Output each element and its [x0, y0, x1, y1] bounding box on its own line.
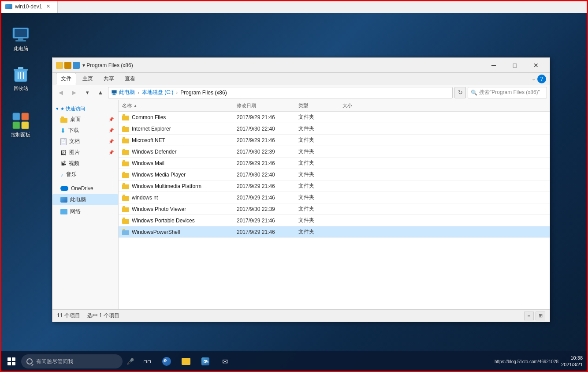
- sidebar-item-onedrive[interactable]: OneDrive: [52, 184, 118, 193]
- ribbon-tab-file[interactable]: 文件: [56, 73, 76, 85]
- file-row[interactable]: Windows Photo Viewer 2017/9/30 22:39 文件夹: [119, 203, 550, 215]
- start-button[interactable]: [2, 352, 21, 371]
- file-date: 2017/9/30 22:39: [233, 206, 295, 212]
- file-row[interactable]: Windows Defender 2017/9/30 22:39 文件夹: [119, 146, 550, 158]
- minimize-button[interactable]: ─: [484, 59, 504, 71]
- ribbon-expand: ⌄ ?: [532, 75, 546, 83]
- date-display: 2021/3/21: [561, 361, 583, 368]
- thispc-icon: [60, 197, 67, 203]
- folder-icon: [122, 218, 129, 224]
- col-header-name[interactable]: 名称 ▲: [119, 102, 233, 109]
- item-count: 11 个项目: [57, 312, 80, 319]
- forward-button[interactable]: ▶: [68, 87, 80, 98]
- file-explorer-button[interactable]: [176, 352, 196, 371]
- folder-icon: [122, 160, 129, 166]
- sidebar-item-documents[interactable]: 📄 文档 📌: [52, 136, 118, 147]
- back-button[interactable]: ◀: [55, 87, 67, 98]
- ribbon-tab-home[interactable]: 主页: [78, 73, 97, 84]
- file-list: 名称 ▲ 修改日期 类型 大小 Common Files: [119, 100, 550, 309]
- task-view-button[interactable]: [138, 352, 157, 371]
- file-type: 文件夹: [295, 228, 339, 236]
- folder-icon: [122, 229, 129, 235]
- large-icons-view-button[interactable]: ⊞: [536, 312, 545, 320]
- file-row[interactable]: Windows Mail 2017/9/29 21:46 文件夹: [119, 158, 550, 169]
- svg-rect-6: [14, 69, 28, 71]
- ribbon-bar: 文件 主页 共享 查看 ⌄ ?: [52, 73, 550, 85]
- file-name: Microsoft.NET: [132, 137, 165, 143]
- edge-button[interactable]: [157, 352, 176, 371]
- clock: 10:38 2021/3/21: [561, 355, 583, 368]
- file-row[interactable]: Internet Explorer 2017/9/30 22:40 文件夹: [119, 123, 550, 135]
- address-bar[interactable]: 此电脑 › 本地磁盘 (C:) › Program Files (x86): [108, 87, 453, 98]
- store-button[interactable]: 🛍: [196, 352, 215, 371]
- tab-pc-icon: [5, 4, 12, 9]
- documents-label: 文档: [69, 138, 80, 145]
- microphone-button[interactable]: 🎤: [123, 354, 138, 369]
- sidebar-item-videos[interactable]: 📽 视频: [52, 158, 118, 169]
- up-button[interactable]: ▲: [95, 87, 106, 98]
- address-drive[interactable]: 本地磁盘 (C:): [142, 89, 173, 96]
- sidebar-item-downloads[interactable]: ⬇ 下载 📌: [52, 125, 118, 136]
- chevron-down-icon: ⌄: [532, 76, 536, 82]
- search-bar[interactable]: 🔍 搜索"Program Files (x86)": [468, 87, 547, 98]
- ribbon-tab-share[interactable]: 共享: [99, 73, 119, 84]
- mail-button[interactable]: ✉: [215, 352, 234, 371]
- help-button[interactable]: ?: [537, 75, 546, 83]
- folder-taskbar-icon: [182, 358, 190, 365]
- taskbar-search[interactable]: 有问题尽管问我: [21, 354, 123, 368]
- file-date: 2017/9/29 21:46: [233, 218, 295, 224]
- tab-close-btn[interactable]: ✕: [45, 3, 52, 10]
- quick-access-header[interactable]: ▾ ★ 快速访问: [52, 104, 118, 114]
- tab-win10[interactable]: win10-dev1 ✕: [0, 0, 58, 13]
- videos-label: 视频: [69, 160, 79, 167]
- file-row[interactable]: Common Files 2017/9/29 21:46 文件夹: [119, 112, 550, 123]
- sidebar-item-pictures[interactable]: 🖼 图片 📌: [52, 147, 118, 158]
- recent-button[interactable]: ▾: [82, 87, 93, 98]
- col-header-type[interactable]: 类型: [295, 102, 339, 109]
- nav-bar: ◀ ▶ ▾ ▲ 此电脑 › 本地磁盘 (C:) › Program Files …: [52, 85, 550, 100]
- file-row-selected[interactable]: WindowsPowerShell 2017/9/29 21:46 文件夹: [119, 226, 550, 238]
- col-header-date[interactable]: 修改日期: [233, 102, 295, 109]
- file-row[interactable]: Microsoft.NET 2017/9/29 21:46 文件夹: [119, 135, 550, 146]
- details-view-button[interactable]: ≡: [524, 312, 534, 320]
- sidebar-item-thispc[interactable]: 此电脑: [52, 194, 118, 205]
- desktop-icon-control[interactable]: 控制面板: [5, 110, 36, 140]
- svg-rect-16: [113, 94, 115, 94]
- edge-icon: [162, 357, 171, 366]
- control-icon-label: 控制面板: [11, 132, 30, 138]
- download-icon: ⬇: [60, 127, 66, 134]
- svg-rect-10: [13, 113, 20, 120]
- maximize-button[interactable]: □: [505, 59, 525, 71]
- file-date: 2017/9/29 21:46: [233, 114, 295, 120]
- file-row[interactable]: windows nt 2017/9/29 21:46 文件夹: [119, 192, 550, 203]
- recycle-icon-label: 回收站: [14, 85, 28, 92]
- sidebar-item-desktop[interactable]: 桌面 📌: [52, 114, 118, 125]
- file-date: 2017/9/29 21:46: [233, 229, 295, 235]
- tab-label: win10-dev1: [15, 4, 42, 10]
- sidebar-item-music[interactable]: ♪ 音乐: [52, 169, 118, 180]
- file-type: 文件夹: [295, 194, 339, 201]
- address-pc[interactable]: 此电脑: [119, 89, 135, 96]
- file-type: 文件夹: [295, 113, 339, 121]
- main-content: ▾ ★ 快速访问 桌面 📌 ⬇ 下载: [52, 100, 550, 309]
- control-desktop-icon: [12, 112, 30, 130]
- videos-icon: 📽: [60, 160, 66, 167]
- col-header-size[interactable]: 大小: [339, 102, 374, 109]
- file-row[interactable]: Windows Portable Devices 2017/9/29 21:46…: [119, 215, 550, 226]
- folder-icon-titlebar2: [64, 62, 71, 69]
- refresh-button[interactable]: ↻: [454, 87, 466, 98]
- folder-icon: [122, 195, 129, 201]
- desktop-icon-pc[interactable]: 此电脑: [5, 24, 36, 54]
- close-button[interactable]: ✕: [526, 59, 546, 71]
- ribbon-tab-view[interactable]: 查看: [120, 73, 140, 84]
- sidebar-item-network[interactable]: 网络: [52, 206, 118, 217]
- selected-count: 选中 1 个项目: [87, 312, 119, 319]
- taskbar-search-text: 有问题尽管问我: [36, 358, 73, 365]
- desktop-icon-recycle[interactable]: 回收站: [5, 64, 36, 94]
- file-name: Windows Portable Devices: [132, 218, 195, 224]
- file-row[interactable]: Windows Media Player 2017/9/30 22:40 文件夹: [119, 169, 550, 180]
- file-row[interactable]: Windows Multimedia Platform 2017/9/29 21…: [119, 180, 550, 192]
- file-type: 文件夹: [295, 182, 339, 190]
- svg-rect-2: [18, 38, 23, 40]
- file-name: WindowsPowerShell: [132, 229, 180, 235]
